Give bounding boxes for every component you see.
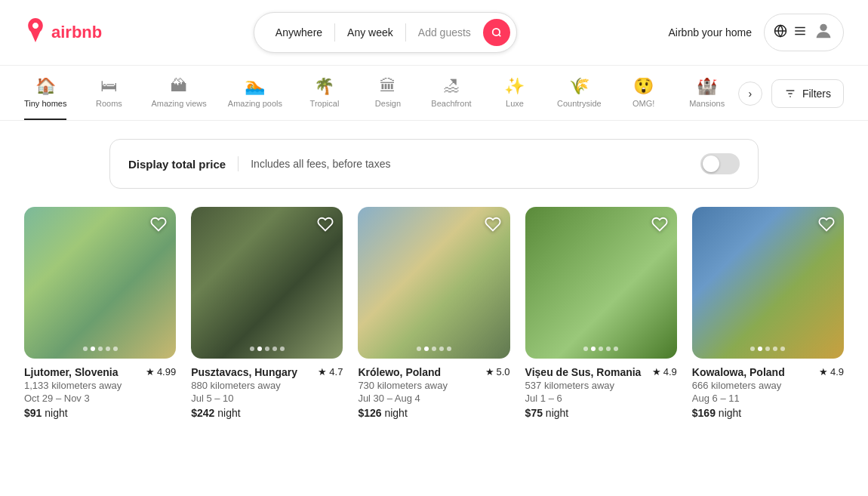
search-bar[interactable]: Anywhere Any week Add guests: [254, 12, 517, 53]
wishlist-button[interactable]: [485, 216, 501, 237]
svg-point-0: [493, 29, 500, 35]
listing-rating: ★ 4.9: [819, 366, 844, 377]
filters-button[interactable]: Filters: [771, 79, 844, 108]
listing-card[interactable]: Kowalowa, Poland ★ 4.9 666 kilometers aw…: [692, 207, 844, 419]
carousel-dot: [83, 347, 88, 351]
listing-image: [191, 207, 343, 359]
category-item-countryside[interactable]: 🌾 Countryside: [557, 78, 602, 120]
carousel-dot: [583, 347, 588, 351]
globe-icon: [774, 24, 787, 41]
user-avatar-icon: [813, 20, 834, 45]
location-input[interactable]: Anywhere: [269, 26, 328, 39]
wishlist-button[interactable]: [150, 216, 167, 237]
listing-rating: ★ 4.99: [146, 366, 176, 377]
carousel-dot: [758, 347, 762, 351]
filter-icon: [784, 88, 796, 100]
price-toggle[interactable]: [700, 153, 740, 174]
search-divider-2: [405, 23, 406, 42]
header: airbnb Anywhere Any week Add guests Airb…: [0, 0, 868, 66]
airbnb-your-home-link[interactable]: Airbnb your home: [668, 26, 752, 39]
price-bar-title: Display total price: [128, 158, 226, 171]
carousel-dot: [780, 347, 785, 351]
category-label-countryside: Countryside: [557, 99, 602, 108]
category-label-amazing-pools: Amazing pools: [228, 99, 282, 108]
category-item-design[interactable]: 🏛 Design: [367, 78, 409, 120]
carousel-dots: [250, 347, 285, 351]
carousel-dots: [750, 347, 785, 351]
listing-distance: 730 kilometers away: [358, 380, 509, 391]
category-bar: 🏠 Tiny homes 🛏 Rooms 🏔 Amazing views 🏊 A…: [0, 66, 868, 121]
listing-dates: Oct 29 – Nov 3: [24, 393, 176, 404]
listing-dates: Jul 1 – 6: [525, 393, 677, 404]
category-icon-luxe: ✨: [504, 78, 525, 94]
listing-info: Ljutomer, Slovenia ★ 4.99: [24, 366, 176, 378]
carousel-dot: [265, 347, 269, 351]
carousel-dot: [447, 347, 451, 351]
hamburger-icon: [793, 24, 807, 41]
star-icon: ★: [318, 366, 327, 377]
category-item-amazing-pools[interactable]: 🏊 Amazing pools: [228, 78, 282, 120]
listing-price: $169 night: [692, 407, 844, 419]
filters-label: Filters: [802, 88, 831, 100]
carousel-dot: [424, 347, 429, 351]
search-button[interactable]: [483, 19, 510, 46]
categories-list: 🏠 Tiny homes 🛏 Rooms 🏔 Amazing views 🏊 A…: [24, 78, 738, 120]
listing-price: $75 night: [525, 407, 677, 419]
date-input[interactable]: Any week: [341, 26, 399, 39]
price-unit: night: [546, 407, 568, 419]
star-icon: ★: [652, 366, 661, 377]
listing-location: Pusztavacs, Hungary: [191, 366, 297, 378]
category-scroll-arrow[interactable]: ›: [738, 82, 762, 106]
header-menu[interactable]: [764, 14, 844, 51]
listing-rating: ★ 4.7: [318, 366, 343, 377]
header-right: Airbnb your home: [668, 14, 844, 51]
category-icon-design: 🏛: [380, 78, 396, 94]
listings-grid: Ljutomer, Slovenia ★ 4.99 1,133 kilomete…: [0, 207, 868, 449]
wishlist-button[interactable]: [651, 216, 668, 237]
category-item-luxe[interactable]: ✨ Luxe: [494, 78, 536, 120]
category-item-amazing-views[interactable]: 🏔 Amazing views: [151, 78, 206, 120]
wishlist-button[interactable]: [317, 216, 334, 237]
listing-location: Ljutomer, Slovenia: [24, 366, 118, 378]
category-item-tiny-homes[interactable]: 🏠 Tiny homes: [24, 78, 66, 120]
category-label-design: Design: [375, 99, 401, 108]
carousel-dot: [250, 347, 254, 351]
carousel-dot: [765, 347, 770, 351]
price-bar-left: Display total price Includes all fees, b…: [128, 156, 390, 171]
carousel-dot: [113, 347, 118, 351]
category-icon-amazing-pools: 🏊: [245, 78, 265, 94]
category-label-tropical: Tropical: [310, 99, 340, 108]
carousel-dot: [272, 347, 277, 351]
category-icon-tiny-homes: 🏠: [35, 78, 56, 94]
category-label-omg: OMG!: [633, 99, 654, 108]
category-label-rooms: Rooms: [96, 99, 122, 108]
carousel-dot: [257, 347, 262, 351]
listing-distance: 1,133 kilometers away: [24, 380, 176, 391]
listing-distance: 537 kilometers away: [525, 380, 677, 391]
listing-location: Vișeu de Sus, Romania: [525, 366, 642, 378]
price-bar: Display total price Includes all fees, b…: [109, 139, 759, 189]
category-icon-rooms: 🛏: [100, 78, 117, 94]
listing-info: Królewo, Poland ★ 5.0: [358, 366, 509, 378]
carousel-dot: [773, 347, 777, 351]
listing-location: Królewo, Poland: [358, 366, 441, 378]
category-item-mansions[interactable]: 🏰 Mansions: [686, 78, 728, 120]
carousel-dot: [750, 347, 755, 351]
category-item-tropical[interactable]: 🌴 Tropical: [303, 78, 346, 120]
toggle-knob: [703, 156, 719, 172]
listing-card[interactable]: Vișeu de Sus, Romania ★ 4.9 537 kilomete…: [525, 207, 677, 419]
category-item-rooms[interactable]: 🛏 Rooms: [88, 78, 130, 120]
carousel-dots: [583, 347, 618, 351]
listing-card[interactable]: Ljutomer, Slovenia ★ 4.99 1,133 kilomete…: [24, 207, 176, 419]
guests-input[interactable]: Add guests: [412, 26, 477, 39]
wishlist-button[interactable]: [818, 216, 835, 237]
logo[interactable]: airbnb: [24, 18, 102, 48]
carousel-dot: [439, 347, 444, 351]
listing-card[interactable]: Królewo, Poland ★ 5.0 730 kilometers awa…: [358, 207, 509, 419]
listing-card[interactable]: Pusztavacs, Hungary ★ 4.7 880 kilometers…: [191, 207, 343, 419]
listing-location: Kowalowa, Poland: [692, 366, 785, 378]
listing-dates: Aug 6 – 11: [692, 393, 844, 404]
category-item-omg[interactable]: 😲 OMG!: [623, 78, 665, 120]
category-item-beachfront[interactable]: 🏖 Beachfront: [430, 78, 472, 120]
search-divider-1: [334, 23, 335, 42]
